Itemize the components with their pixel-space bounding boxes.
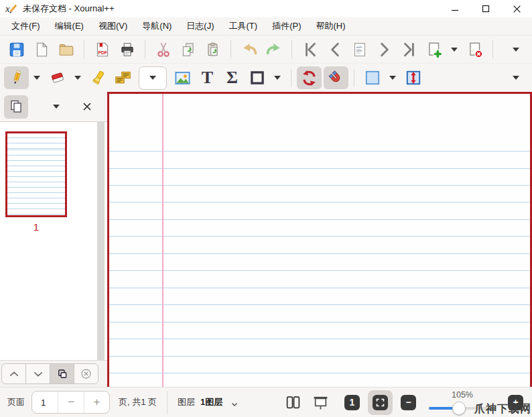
- new-document-button[interactable]: [29, 38, 54, 61]
- rect-select-icon: [364, 69, 381, 86]
- minimize-button[interactable]: [440, 0, 470, 17]
- rect-select-button[interactable]: [360, 66, 385, 89]
- eraser-tool-button[interactable]: [45, 66, 70, 89]
- select-pdf-text-button[interactable]: [111, 66, 135, 89]
- text-tool-button[interactable]: T: [195, 66, 220, 89]
- page-increase-button[interactable]: +: [84, 392, 109, 413]
- chevron-down-icon: [74, 76, 81, 80]
- highlighter-tool-button[interactable]: [86, 66, 111, 89]
- drawing-canvas[interactable]: [107, 92, 532, 387]
- delete-page-button[interactable]: [462, 38, 487, 61]
- add-page-dropdown[interactable]: [446, 38, 462, 61]
- cut-icon: [155, 41, 172, 58]
- select-dropdown[interactable]: [385, 66, 401, 89]
- sidebar-close-button[interactable]: [79, 99, 95, 115]
- sidebar-page-preview-tab[interactable]: [4, 95, 28, 119]
- cut-button[interactable]: [151, 38, 176, 61]
- shape-tool-button[interactable]: [245, 66, 269, 89]
- zoom-fit-toggle[interactable]: [368, 390, 393, 415]
- toolbar-overflow-dropdown[interactable]: [508, 38, 524, 61]
- move-page-up-button[interactable]: [1, 363, 26, 384]
- toolbar-separator: [354, 69, 354, 87]
- open-folder-icon: [58, 41, 75, 58]
- menu-tools[interactable]: 工具(T): [222, 17, 265, 35]
- last-page-button[interactable]: [397, 38, 421, 61]
- dual-page-view-button[interactable]: [282, 392, 304, 413]
- shape-dropdown[interactable]: [269, 66, 285, 89]
- toolbar-separator: [145, 40, 145, 58]
- chevron-down-icon[interactable]: [231, 402, 238, 407]
- print-button[interactable]: [115, 38, 139, 61]
- goto-annotated-page-button[interactable]: [347, 38, 372, 61]
- grid-snapping-toggle[interactable]: [324, 66, 348, 89]
- toolbar-separator: [84, 40, 84, 58]
- pen-dropdown[interactable]: [29, 66, 45, 89]
- page-number-input[interactable]: 1: [32, 392, 58, 413]
- menu-journal[interactable]: 日志(J): [179, 17, 221, 35]
- zoom-slider-handle[interactable]: [452, 402, 466, 415]
- dual-page-icon: [285, 394, 302, 411]
- grid-snapping-magnet-icon: [327, 69, 345, 87]
- paste-button[interactable]: [200, 38, 225, 61]
- copy-icon: [180, 41, 197, 58]
- menu-navigation[interactable]: 导航(N): [135, 17, 179, 35]
- move-page-down-button[interactable]: [25, 363, 50, 384]
- select-pdf-text-icon: [114, 69, 132, 87]
- maximize-icon: [482, 5, 490, 13]
- page-decrease-button[interactable]: −: [58, 392, 83, 413]
- zoom-original-label: 1: [350, 397, 355, 408]
- margin-line: [162, 94, 163, 387]
- previous-page-button[interactable]: [322, 38, 347, 61]
- page-thumbnail-label: 1: [5, 221, 67, 233]
- layer-select[interactable]: 1图层: [200, 396, 222, 408]
- vertical-space-icon: [405, 69, 422, 86]
- copy-page-icon: [56, 368, 68, 380]
- math-tex-button[interactable]: Σ: [220, 66, 245, 89]
- zoom-original-button[interactable]: 1: [344, 395, 360, 410]
- vertical-space-button[interactable]: [401, 66, 425, 89]
- page-thumbnail[interactable]: [5, 131, 67, 217]
- zoom-out-button[interactable]: −: [401, 395, 416, 410]
- copy-button[interactable]: [176, 38, 200, 61]
- open-button[interactable]: [54, 38, 78, 61]
- menu-view[interactable]: 视图(V): [91, 17, 135, 35]
- paste-icon: [204, 41, 222, 58]
- toolbar-separator: [291, 69, 291, 87]
- zoom-fit-inner: [373, 395, 388, 410]
- sidebar: 1: [0, 92, 107, 387]
- sidebar-dropdown[interactable]: [48, 95, 64, 118]
- menu-edit[interactable]: 编辑(E): [48, 17, 91, 35]
- layer-label: 图层: [178, 396, 195, 408]
- first-page-button[interactable]: [297, 38, 322, 61]
- delete-page-sidebar-button[interactable]: [74, 363, 98, 384]
- menu-file[interactable]: 文件(F): [4, 17, 48, 35]
- menu-help[interactable]: 帮助(H): [308, 17, 352, 35]
- next-page-button[interactable]: [372, 38, 397, 61]
- tool-options-dropdown[interactable]: [139, 66, 167, 90]
- rotation-snapping-icon: [300, 69, 318, 87]
- redo-button[interactable]: [261, 38, 286, 61]
- menu-plugins[interactable]: 插件(P): [265, 17, 308, 35]
- chevron-down-icon: [149, 76, 156, 80]
- close-window-button[interactable]: [501, 0, 532, 17]
- maximize-button[interactable]: [470, 0, 501, 17]
- copy-page-button[interactable]: [50, 363, 74, 384]
- rotation-snapping-toggle[interactable]: [297, 66, 322, 89]
- chevron-down-icon: [32, 368, 44, 380]
- page-preview-icon: [8, 99, 24, 115]
- delete-circle-icon: [80, 367, 92, 380]
- undo-button[interactable]: [237, 38, 261, 61]
- xournalpp-logo-icon: x: [5, 3, 18, 15]
- statusbar: 页面 1 − + 页, 共1 页 图层 1图层: [0, 387, 532, 417]
- insert-image-button[interactable]: [170, 66, 195, 89]
- previous-page-icon: [326, 41, 344, 58]
- save-button[interactable]: [4, 38, 29, 61]
- eraser-dropdown[interactable]: [70, 66, 86, 89]
- export-pdf-button[interactable]: PDF: [90, 38, 115, 61]
- sidebar-scrollbar[interactable]: [97, 122, 105, 360]
- presentation-mode-button[interactable]: [310, 392, 331, 413]
- chevron-down-icon: [34, 76, 40, 80]
- pen-tool-button[interactable]: [4, 66, 29, 89]
- toolbar-overflow-dropdown[interactable]: [508, 66, 524, 89]
- add-page-button[interactable]: [421, 38, 446, 61]
